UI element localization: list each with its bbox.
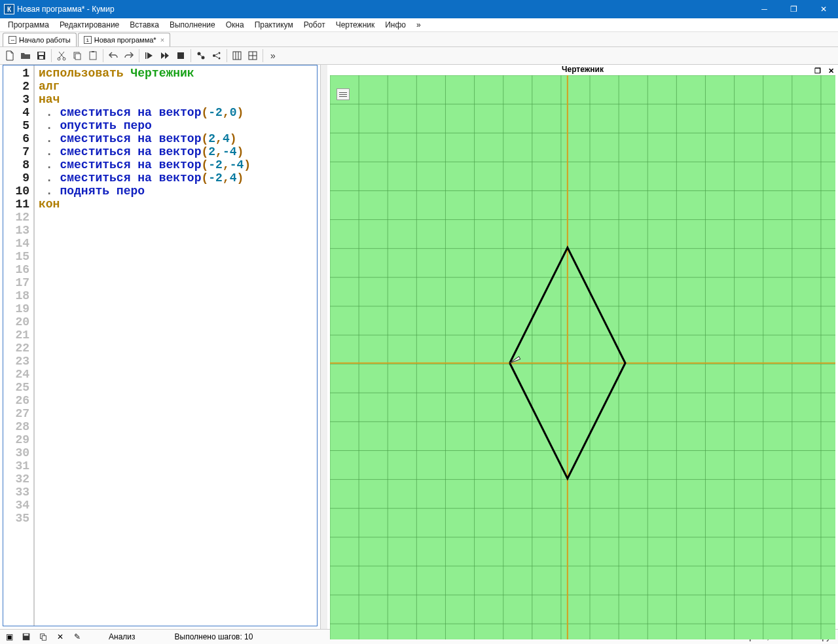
menu-чертежник[interactable]: Чертежник — [331, 19, 380, 31]
menu-практикум[interactable]: Практикум — [249, 19, 299, 31]
svg-rect-2 — [39, 56, 43, 59]
paste-button[interactable] — [86, 48, 100, 63]
svg-rect-16 — [233, 52, 241, 60]
grid-button[interactable] — [246, 48, 260, 63]
menu-вставка[interactable]: Вставка — [124, 19, 164, 31]
svg-rect-1 — [39, 52, 44, 55]
menu-»[interactable]: » — [411, 19, 426, 31]
toolbar: » — [0, 47, 838, 65]
svg-rect-7 — [90, 52, 96, 60]
menu-робот[interactable]: Робот — [299, 19, 331, 31]
menu-инфо[interactable]: Инфо — [380, 19, 411, 31]
copy-button[interactable] — [70, 48, 84, 63]
drawing-canvas[interactable] — [330, 75, 835, 639]
line-number-gutter: 1234567891011121314151617181920212223242… — [3, 65, 35, 626]
document-tabs: ∼Начало работы1Новая программа*× — [0, 32, 838, 47]
step-button[interactable] — [158, 48, 172, 63]
canvas-menu-button[interactable] — [337, 88, 350, 100]
run-button[interactable] — [142, 48, 156, 63]
app-icon: К — [4, 4, 14, 14]
actor-toggle-button[interactable] — [194, 48, 208, 63]
tab-label: Новая программа* — [94, 36, 156, 44]
tab-close-button[interactable]: × — [160, 36, 164, 44]
status-save-icon[interactable] — [21, 632, 31, 642]
status-edit-icon[interactable]: ✎ — [72, 632, 82, 642]
svg-rect-9 — [145, 52, 147, 59]
code-area[interactable]: использовать Чертежникалгнач . сместитьс… — [35, 65, 317, 626]
svg-point-15 — [219, 58, 221, 60]
panel-close-button[interactable]: ✕ — [826, 66, 835, 75]
new-file-button[interactable] — [3, 48, 17, 63]
svg-rect-64 — [24, 634, 29, 636]
cut-button[interactable] — [54, 48, 69, 63]
svg-point-11 — [198, 52, 201, 56]
layout-button[interactable] — [210, 48, 224, 63]
columns-button[interactable] — [230, 48, 244, 63]
status-analysis-label: Анализ — [109, 632, 136, 641]
tab-label: Начало работы — [19, 36, 71, 44]
svg-point-14 — [219, 52, 221, 54]
doc-tab[interactable]: ∼Начало работы — [3, 33, 77, 46]
svg-point-13 — [213, 54, 215, 57]
close-button[interactable]: ✕ — [809, 0, 838, 18]
svg-rect-10 — [177, 52, 184, 59]
menu-редактирование[interactable]: Редактирование — [54, 19, 124, 31]
tab-icon: 1 — [84, 36, 92, 44]
status-steps-label: Выполнено шагов: 10 — [175, 632, 253, 641]
stop-button[interactable] — [173, 48, 188, 63]
svg-rect-66 — [42, 635, 46, 640]
svg-rect-22 — [330, 75, 835, 639]
panel-maximize-button[interactable]: ❐ — [813, 66, 822, 75]
drawing-panel-title: Чертежник — [562, 65, 604, 74]
status-console-icon[interactable]: ▣ — [4, 632, 14, 642]
svg-point-12 — [202, 56, 205, 60]
status-copy-icon[interactable] — [38, 632, 48, 642]
code-editor[interactable]: 1234567891011121314151617181920212223242… — [3, 65, 318, 626]
more-button[interactable]: » — [266, 48, 280, 63]
redo-button[interactable] — [122, 48, 136, 63]
menu-окна[interactable]: Окна — [221, 19, 249, 31]
open-file-button[interactable] — [18, 48, 33, 63]
title-bar: К Новая программа* - Кумир ─ ❐ ✕ — [0, 0, 838, 18]
tab-icon: ∼ — [9, 36, 16, 44]
menu-выполнение[interactable]: Выполнение — [164, 19, 221, 31]
doc-tab[interactable]: 1Новая программа*× — [78, 33, 170, 46]
minimize-button[interactable]: ─ — [750, 0, 779, 18]
undo-button[interactable] — [106, 48, 120, 63]
menu-программа[interactable]: Программа — [3, 19, 54, 31]
drawing-panel-header: Чертежник ❐ ✕ — [327, 65, 838, 74]
window-title: Новая программа* - Кумир — [17, 5, 750, 14]
maximize-button[interactable]: ❐ — [779, 0, 809, 18]
status-clear-icon[interactable]: ✕ — [55, 632, 65, 642]
svg-rect-8 — [92, 51, 94, 52]
menu-bar: ПрограммаРедактированиеВставкаВыполнение… — [0, 18, 838, 32]
save-button[interactable] — [34, 48, 48, 63]
split-resizer[interactable] — [321, 65, 327, 629]
svg-rect-6 — [75, 54, 81, 60]
